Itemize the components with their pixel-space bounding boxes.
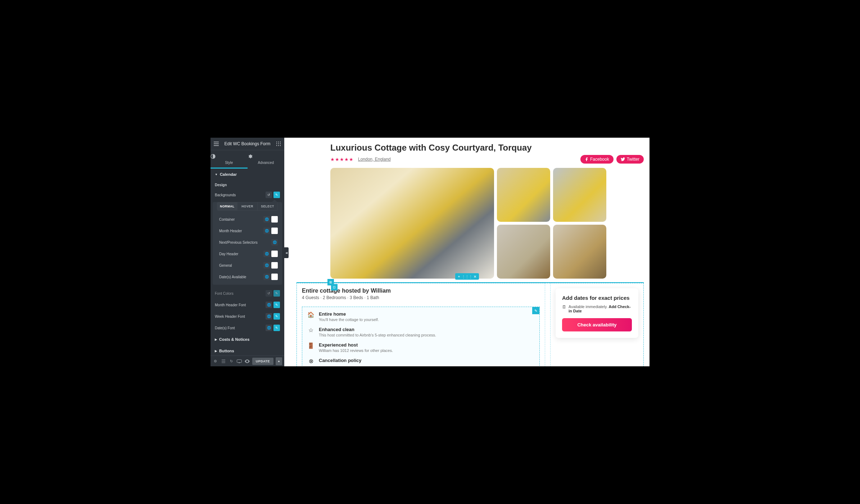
preview-eye-icon[interactable]	[244, 358, 250, 364]
bg-row-day-header: Day Header 🌐	[213, 248, 282, 260]
feature-item: ☆ Enhanced clean This host committed to …	[307, 327, 534, 337]
add-section-grip[interactable]: ⋮⋮⋮	[463, 273, 471, 280]
sidebar-header: Edit WC Bookings Form	[211, 138, 284, 150]
section-buttons[interactable]: Buttons	[211, 345, 284, 356]
features-widget[interactable]: ✎ 🏠 Entire home You'll have the cottage …	[302, 307, 540, 366]
image-gallery	[330, 168, 649, 279]
globe-icon[interactable]: 🌐	[263, 251, 270, 257]
gallery-thumb[interactable]	[553, 168, 606, 222]
svg-rect-7	[278, 145, 279, 146]
globe-icon[interactable]: 🌐	[266, 302, 272, 308]
edit-pencil-icon[interactable]: ✎	[273, 192, 280, 198]
edit-pencil-icon[interactable]: ✎	[273, 313, 280, 320]
state-tab-select[interactable]: SELECT	[257, 202, 277, 210]
state-tab-normal[interactable]: NORMAL	[217, 202, 237, 210]
color-swatch[interactable]	[271, 228, 278, 234]
color-swatch[interactable]	[271, 251, 278, 257]
settings-icon[interactable]: ⚙	[213, 358, 218, 364]
caret-right-icon	[215, 349, 217, 353]
design-subhead: Design	[211, 180, 284, 189]
undo-icon[interactable]: ↺	[266, 290, 272, 297]
bg-label-nextprev: Next/Previous Selectors	[219, 240, 271, 244]
share-buttons: Facebook Twitter	[580, 155, 644, 164]
color-swatch[interactable]	[271, 274, 278, 280]
columns-section: Entire cottage hosted by William 4 Guest…	[297, 282, 644, 366]
tab-advanced-label: Advanced	[258, 161, 274, 165]
color-swatch[interactable]	[271, 216, 278, 223]
feature-desc: William has 1012 reviews for other place…	[319, 348, 393, 353]
tab-style[interactable]: Style	[211, 150, 248, 169]
svg-rect-11	[239, 363, 240, 363]
feature-title: Experienced host	[319, 342, 393, 348]
bg-label-container: Container	[219, 217, 263, 221]
home-icon: 🏠	[307, 311, 314, 322]
edit-pencil-icon[interactable]: ✎	[273, 302, 280, 308]
bg-row-container: Container 🌐	[213, 214, 282, 225]
page-meta: ★★★★★ London, England Facebook Twitter	[330, 155, 649, 164]
week-header-font-row: Week Header Font 🌐✎	[211, 311, 284, 322]
undo-icon[interactable]: ↺	[266, 192, 272, 198]
svg-rect-6	[276, 145, 277, 146]
hamburger-icon[interactable]	[213, 141, 219, 147]
svg-rect-8	[280, 145, 281, 146]
update-button[interactable]: UPDATE	[252, 358, 273, 365]
facebook-icon	[585, 157, 588, 161]
publish-options-icon[interactable]: ▲	[276, 357, 282, 365]
editor-preview: Luxurious Cottage with Cosy Courtyard, T…	[284, 138, 649, 366]
host-heading: Entire cottage hosted by William	[302, 288, 540, 294]
twitter-share-button[interactable]: Twitter	[616, 155, 644, 164]
column-flag-icon[interactable]: ⊡	[331, 284, 338, 290]
widget-edit-icon[interactable]: ✎	[532, 307, 539, 314]
section-costs-label: Costs & Notices	[219, 337, 249, 342]
color-swatch[interactable]	[271, 262, 278, 269]
globe-icon[interactable]: 🌐	[263, 216, 270, 223]
globe-icon[interactable]: 🌐	[266, 325, 272, 331]
facebook-share-button[interactable]: Facebook	[580, 155, 614, 164]
svg-rect-0	[276, 142, 277, 142]
sidebar-body: Calendar Design Backgrounds ↺ ✎ NORMAL H…	[211, 169, 284, 356]
edit-pencil-icon[interactable]: ✎	[273, 290, 280, 297]
globe-icon[interactable]: 🌐	[263, 274, 270, 280]
svg-rect-3	[276, 143, 277, 144]
bg-row-dates-available: Date(s) Available 🌐	[213, 271, 282, 283]
tab-advanced[interactable]: Advanced	[248, 150, 285, 169]
globe-icon[interactable]: 🌐	[266, 313, 272, 320]
apps-grid-icon[interactable]	[276, 141, 281, 147]
backgrounds-label: Backgrounds	[215, 193, 266, 197]
history-icon[interactable]: ↻	[228, 358, 234, 364]
backgrounds-row: Backgrounds ↺ ✎	[211, 189, 284, 201]
section-calendar-label: Calendar	[220, 172, 237, 177]
font-colors-row: Font Colors ↺✎	[211, 288, 284, 299]
responsive-icon[interactable]	[236, 358, 242, 364]
section-buttons-label: Buttons	[219, 349, 234, 353]
svg-rect-1	[278, 142, 279, 142]
feature-item: 🏠 Entire home You'll have the cottage to…	[307, 311, 534, 322]
globe-icon[interactable]: 🌐	[263, 228, 270, 234]
month-header-font-row: Month Header Font 🌐✎	[211, 299, 284, 311]
edit-pencil-icon[interactable]: ✎	[273, 325, 280, 331]
booking-heading: Add dates for exact prices	[562, 295, 632, 301]
add-section-close[interactable]: ✕	[471, 273, 479, 280]
week-header-font-label: Week Header Font	[215, 315, 266, 319]
gallery-thumb[interactable]	[553, 225, 606, 279]
gallery-thumb[interactable]	[497, 168, 550, 222]
bg-label-general: General	[219, 264, 263, 267]
globe-icon[interactable]: 🌐	[271, 239, 278, 246]
bg-label-month-header: Month Header	[219, 229, 263, 233]
sidebar-collapse-handle[interactable]: ◀	[284, 247, 289, 258]
state-tab-hover[interactable]: HOVER	[237, 202, 257, 210]
location-link[interactable]: London, England	[358, 157, 391, 162]
feature-desc: This host committed to Airbnb's 5-step e…	[319, 333, 436, 337]
svg-rect-4	[278, 143, 279, 144]
booking-availability: 🗓 Available immediately. Add Check-in Da…	[562, 304, 632, 313]
section-calendar[interactable]: Calendar	[211, 169, 284, 180]
gallery-main-image[interactable]	[330, 168, 494, 279]
rating-stars: ★★★★★	[330, 157, 354, 162]
gallery-thumb[interactable]	[497, 225, 550, 279]
feature-item: ⊗ Cancellation policy	[307, 358, 534, 365]
svg-rect-5	[280, 143, 281, 144]
check-availability-button[interactable]: Check availability	[562, 318, 632, 331]
globe-icon[interactable]: 🌐	[263, 262, 270, 269]
section-costs[interactable]: Costs & Notices	[211, 334, 284, 345]
navigator-icon[interactable]	[221, 358, 226, 364]
